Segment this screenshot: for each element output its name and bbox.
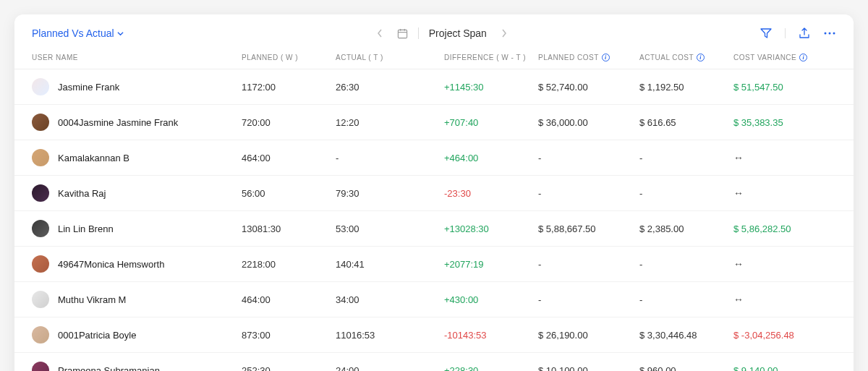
cell-pcost: $ 52,740.00	[538, 82, 639, 93]
cell-diff: -10143:53	[444, 330, 538, 341]
chevron-right-icon	[501, 29, 507, 38]
col-planned-cost[interactable]: PLANNED COSTi	[538, 54, 639, 61]
filter-icon	[760, 27, 772, 39]
col-difference[interactable]: DIFFERENCE ( W - T )	[444, 54, 538, 61]
col-actual-cost[interactable]: ACTUAL COSTi	[639, 54, 733, 61]
user-cell: Muthu Vikram M	[32, 291, 242, 308]
cell-diff: +430:00	[444, 294, 538, 305]
export-icon	[799, 27, 810, 39]
calendar-icon	[397, 28, 408, 39]
cell-pcost: $ 5,88,667.50	[538, 223, 639, 234]
cell-diff: +464:00	[444, 153, 538, 163]
table-row[interactable]: Kavitha Raj56:0079:30-23:30--↔	[14, 176, 854, 211]
divider	[418, 27, 419, 39]
cell-var: $ -3,04,256.48	[733, 330, 835, 341]
table-row[interactable]: Jasmine Frank1172:0026:30+1145:30$ 52,74…	[14, 69, 854, 105]
cell-pcost: -	[538, 153, 639, 163]
col-planned[interactable]: PLANNED ( W )	[242, 54, 336, 61]
divider	[785, 28, 786, 38]
cell-var: ↔	[733, 187, 835, 199]
info-icon[interactable]: i	[602, 54, 610, 61]
cell-actual: 53:00	[336, 223, 444, 234]
cell-var: ↔	[733, 152, 835, 163]
cell-pcost: $ 36,000.00	[538, 117, 639, 128]
cell-planned: 464:00	[242, 294, 336, 305]
cell-pcost: $ 26,190.00	[538, 330, 639, 341]
table-row[interactable]: Kamalakannan B464:00-+464:00--↔	[14, 140, 854, 176]
cell-diff: +228:30	[444, 365, 538, 372]
table-row[interactable]: Prameena Subramanian252:3024:00+228:30$ …	[14, 353, 854, 371]
user-cell: Jasmine Frank	[32, 78, 242, 95]
cell-var: $ 5,86,282.50	[733, 223, 835, 234]
cell-actual: -	[336, 153, 444, 163]
info-icon[interactable]: i	[697, 54, 705, 61]
user-name: Kamalakannan B	[58, 153, 129, 163]
avatar	[32, 255, 49, 273]
cell-var: ↔	[733, 258, 835, 270]
next-button[interactable]	[497, 27, 511, 39]
cell-actual: 140:41	[336, 259, 444, 270]
calendar-button[interactable]	[397, 28, 408, 39]
cell-diff: +707:40	[444, 117, 538, 128]
avatar	[32, 326, 49, 344]
avatar	[32, 220, 49, 237]
cell-acost: $ 2,385.00	[639, 223, 733, 234]
export-button[interactable]	[799, 27, 810, 39]
cell-actual: 79:30	[336, 188, 444, 199]
cell-actual: 26:30	[336, 82, 444, 93]
cell-acost: $ 616.65	[639, 117, 733, 128]
table-row[interactable]: 49647Monica Hemsworth2218:00140:41+2077:…	[14, 247, 854, 282]
cell-acost: -	[639, 188, 733, 199]
cell-actual: 12:20	[336, 117, 444, 128]
col-user[interactable]: USER NAME	[32, 54, 242, 61]
user-name: 49647Monica Hemsworth	[58, 259, 164, 270]
cell-var: $ 51,547.50	[733, 82, 835, 93]
cell-planned: 720:00	[242, 117, 336, 128]
view-dropdown[interactable]: Planned Vs Actual	[32, 27, 124, 39]
avatar	[32, 291, 49, 308]
avatar	[32, 184, 49, 202]
cell-planned: 13081:30	[242, 223, 336, 234]
user-name: Prameena Subramanian	[58, 365, 160, 372]
user-name: Kavitha Raj	[58, 188, 106, 199]
user-cell: 49647Monica Hemsworth	[32, 255, 242, 273]
filter-button[interactable]	[760, 27, 772, 39]
cell-pcost: -	[538, 188, 639, 199]
svg-point-6	[833, 33, 835, 35]
toolbar-actions	[760, 27, 836, 39]
chevron-left-icon	[377, 29, 383, 38]
cell-diff: +1145:30	[444, 82, 538, 93]
user-cell: Kavitha Raj	[32, 184, 242, 202]
col-actual[interactable]: ACTUAL ( T )	[336, 54, 444, 61]
info-icon[interactable]: i	[799, 54, 807, 61]
avatar	[32, 114, 49, 131]
table-header: USER NAME PLANNED ( W ) ACTUAL ( T ) DIF…	[14, 45, 854, 69]
table-row[interactable]: Lin Lin Brenn13081:3053:00+13028:30$ 5,8…	[14, 211, 854, 247]
cell-pcost: -	[538, 259, 639, 270]
table-row[interactable]: 0001Patricia Boyle873:0011016:53-10143:5…	[14, 317, 854, 353]
user-cell: Kamalakannan B	[32, 149, 242, 166]
user-name: 0004Jasmine Jasmine Frank	[58, 117, 178, 128]
more-horizontal-icon	[823, 27, 836, 39]
cell-planned: 464:00	[242, 153, 336, 163]
user-cell: 0004Jasmine Jasmine Frank	[32, 114, 242, 131]
cell-actual: 24:00	[336, 365, 444, 372]
table-body: Jasmine Frank1172:0026:30+1145:30$ 52,74…	[14, 69, 854, 371]
cell-acost: -	[639, 259, 733, 270]
cell-planned: 873:00	[242, 330, 336, 341]
avatar	[32, 149, 49, 166]
more-button[interactable]	[823, 27, 836, 39]
cell-diff: +2077:19	[444, 259, 538, 270]
table-row[interactable]: Muthu Vikram M464:0034:00+430:00--↔	[14, 282, 854, 317]
report-card: Planned Vs Actual Project Span	[14, 14, 854, 371]
date-nav: Project Span	[124, 27, 760, 39]
table-row[interactable]: 0004Jasmine Jasmine Frank720:0012:20+707…	[14, 105, 854, 140]
cell-pcost: -	[538, 294, 639, 305]
user-cell: Lin Lin Brenn	[32, 220, 242, 237]
user-name: Muthu Vikram M	[58, 294, 126, 305]
col-variance[interactable]: COST VARIANCEi	[733, 54, 835, 61]
user-name: 0001Patricia Boyle	[58, 330, 136, 341]
cell-diff: -23:30	[444, 188, 538, 199]
cell-pcost: $ 10,100.00	[538, 365, 639, 372]
prev-button[interactable]	[373, 27, 387, 39]
